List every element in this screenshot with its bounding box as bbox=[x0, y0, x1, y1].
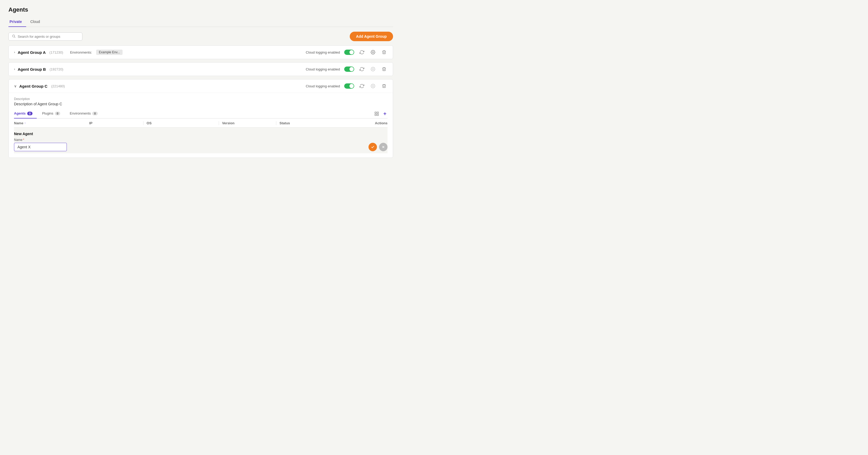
inner-tabs-right: + bbox=[373, 110, 388, 118]
col-name-header: Name ↑ bbox=[14, 121, 86, 125]
svg-point-0 bbox=[12, 35, 14, 37]
group-c-name: Agent Group C bbox=[19, 84, 48, 89]
description-label: Description bbox=[14, 97, 388, 101]
col-actions-header: Actions bbox=[334, 121, 388, 125]
group-a-left: › Agent Group A (171230) Environments: E… bbox=[14, 50, 123, 55]
new-agent-action-icons bbox=[369, 143, 388, 151]
table-header: Name ↑ IP OS Version Status Actions bbox=[14, 119, 388, 127]
new-agent-title: New Agent bbox=[14, 132, 388, 136]
group-a-cloud-logging-label: Cloud logging enabled bbox=[306, 51, 340, 54]
group-b-id: (192720) bbox=[50, 67, 63, 71]
agent-group-c-header: ∨ Agent Group C (221480) Cloud logging e… bbox=[9, 79, 393, 93]
group-a-name: Agent Group A bbox=[18, 50, 46, 55]
group-a-env-badge: Example Env... bbox=[96, 50, 123, 55]
svg-rect-5 bbox=[375, 112, 376, 113]
group-a-chevron[interactable]: › bbox=[14, 51, 15, 54]
group-b-refresh-button[interactable] bbox=[359, 66, 365, 72]
group-a-right: Cloud logging enabled bbox=[306, 50, 388, 55]
group-b-name: Agent Group B bbox=[18, 67, 46, 71]
inner-tab-plugins[interactable]: Plugins 0 bbox=[42, 109, 64, 119]
new-agent-cancel-button[interactable] bbox=[379, 143, 388, 151]
group-b-cloud-logging-toggle[interactable] bbox=[344, 66, 354, 72]
group-c-id: (221480) bbox=[51, 84, 65, 88]
group-a-delete-button[interactable] bbox=[381, 50, 388, 55]
group-a-refresh-button[interactable] bbox=[359, 50, 365, 55]
svg-point-3 bbox=[372, 69, 374, 70]
description-text: Description of Agent Group C bbox=[14, 102, 388, 106]
inner-tab-agents-badge: 0 bbox=[27, 111, 32, 115]
inner-tabs-left: Agents 0 Plugins 0 Environments 0 bbox=[14, 109, 103, 118]
group-a-settings-button[interactable] bbox=[370, 50, 376, 55]
group-c-right: Cloud logging enabled bbox=[306, 83, 388, 89]
inner-tab-environments[interactable]: Environments 0 bbox=[70, 109, 102, 119]
search-icon bbox=[12, 34, 16, 39]
page-title: Agents bbox=[8, 6, 393, 13]
group-b-right: Cloud logging enabled bbox=[306, 66, 388, 72]
group-c-settings-button[interactable] bbox=[370, 83, 376, 89]
group-c-delete-button[interactable] bbox=[381, 83, 388, 89]
col-version-header: Version bbox=[219, 121, 276, 125]
inner-tab-plugins-badge: 0 bbox=[55, 111, 60, 115]
group-a-env-label: Environments: bbox=[70, 51, 92, 54]
group-b-settings-button[interactable] bbox=[370, 66, 376, 72]
agent-group-c-card: ∨ Agent Group C (221480) Cloud logging e… bbox=[8, 79, 393, 158]
main-tabs: Private Cloud bbox=[8, 18, 393, 27]
inner-tab-environments-badge: 0 bbox=[92, 111, 97, 115]
group-c-refresh-button[interactable] bbox=[359, 83, 365, 89]
inner-tab-agents-label: Agents bbox=[14, 111, 26, 115]
agent-group-c-body: Description Description of Agent Group C… bbox=[9, 93, 393, 158]
agent-group-b-header: › Agent Group B (192720) Cloud logging e… bbox=[9, 63, 393, 76]
svg-rect-8 bbox=[377, 114, 378, 116]
agent-group-a-card: › Agent Group A (171230) Environments: E… bbox=[8, 45, 393, 59]
group-b-chevron[interactable]: › bbox=[14, 67, 15, 71]
description-section: Description Description of Agent Group C bbox=[14, 93, 388, 109]
svg-line-1 bbox=[14, 37, 15, 37]
group-a-id: (171230) bbox=[50, 51, 63, 54]
group-a-cloud-logging-toggle[interactable] bbox=[344, 50, 354, 55]
add-row-button[interactable]: + bbox=[382, 110, 388, 118]
col-os-header: OS bbox=[143, 121, 219, 125]
table-view-toggle-button[interactable] bbox=[373, 111, 380, 117]
add-agent-group-button[interactable]: Add Agent Group bbox=[350, 32, 393, 41]
new-agent-name-row bbox=[14, 143, 388, 151]
svg-rect-7 bbox=[375, 114, 376, 116]
toolbar: Add Agent Group bbox=[8, 32, 393, 41]
col-status-header: Status bbox=[276, 121, 333, 125]
name-sort-icon[interactable]: ↑ bbox=[24, 122, 26, 125]
inner-tab-plugins-label: Plugins bbox=[42, 111, 53, 115]
new-agent-confirm-button[interactable] bbox=[369, 143, 377, 151]
group-c-cloud-logging-toggle[interactable] bbox=[344, 84, 354, 89]
required-star: * bbox=[23, 138, 24, 142]
inner-tabs: Agents 0 Plugins 0 Environments 0 bbox=[14, 109, 388, 119]
svg-point-2 bbox=[372, 52, 374, 53]
inner-tab-agents[interactable]: Agents 0 bbox=[14, 109, 37, 119]
inner-tab-environments-label: Environments bbox=[70, 111, 91, 115]
new-agent-section: New Agent Name* bbox=[14, 127, 388, 153]
tab-cloud[interactable]: Cloud bbox=[29, 18, 44, 27]
svg-rect-6 bbox=[377, 112, 378, 113]
new-agent-name-label: Name* bbox=[14, 138, 388, 142]
group-b-left: › Agent Group B (192720) bbox=[14, 67, 63, 71]
svg-point-4 bbox=[372, 86, 374, 87]
group-b-delete-button[interactable] bbox=[381, 66, 388, 72]
group-c-left: ∨ Agent Group C (221480) bbox=[14, 84, 65, 89]
tab-private[interactable]: Private bbox=[8, 18, 26, 27]
search-input[interactable] bbox=[18, 35, 79, 38]
search-box[interactable] bbox=[8, 32, 83, 41]
group-b-cloud-logging-label: Cloud logging enabled bbox=[306, 67, 340, 71]
new-agent-name-input[interactable] bbox=[14, 143, 67, 151]
agent-group-b-card: › Agent Group B (192720) Cloud logging e… bbox=[8, 62, 393, 76]
agent-group-a-header: › Agent Group A (171230) Environments: E… bbox=[9, 46, 393, 59]
col-ip-header: IP bbox=[86, 121, 143, 125]
group-c-cloud-logging-label: Cloud logging enabled bbox=[306, 84, 340, 88]
group-c-chevron[interactable]: ∨ bbox=[14, 84, 17, 88]
